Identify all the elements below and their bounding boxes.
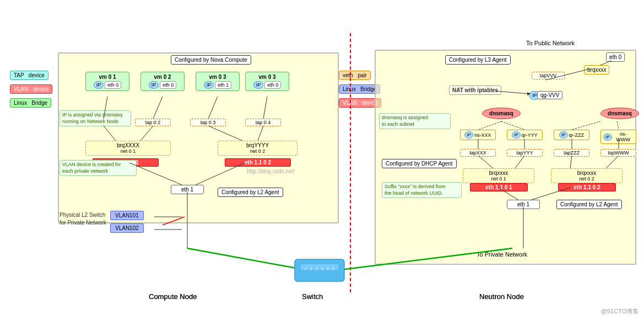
tap-0-2: tap 0 2 [135,119,171,126]
l2-agent-network: Configured by L2 Agent [556,200,622,209]
brqxxxx-net02: brqxxxx net 0 2 [551,168,623,183]
legend-tap: TAP device [10,71,48,80]
annot-suffix: Suffix "xxxx" is derived fromthe head of… [382,182,462,198]
annot-vlan-device: VLAN device is created foreach private n… [59,160,137,176]
eth-1-network: eth 1 [507,200,540,209]
legend-vlan: VLAN device [10,84,52,94]
eth-1-1-0-2-network: eth 1.1 0 2 [558,183,616,191]
eth0-top: eth 0 [606,52,625,62]
dnsmasq-oval-1: dnsmasq [482,108,521,119]
legend-veth-pair: veth pair [339,71,371,80]
brq-yyyy-box: brqYYYY net 0 2 [218,141,297,156]
brqxxxx-net01: brqxxxx net 0 1 [463,168,534,183]
nova-compute-label: Configured by Nova Compute [171,55,251,65]
tap-yyy: tapYYY [507,149,543,157]
eth-1-compute: eth 1 [171,185,204,194]
tap-0-4: tap 0 4 [245,119,281,126]
qg-vvv: qg-VVV [537,91,562,99]
annot-dnsmasq: dnsmasq is assignedto each subnet [379,113,451,129]
vm-0-1-box: vm 0 1 IP eth 0 [85,72,129,91]
to-private-network: To Private Network [477,251,527,258]
qr-yyy: IP qr-YYY [507,130,543,140]
vlan102: VLAN102 [110,223,144,233]
tap-www: tapWWW [600,149,636,157]
ns-www: IP ns-WWW [600,130,636,144]
legend-linux-bridge: Linux Bridge [10,98,51,108]
l2-switch-label: Physical L2 Switchfor Private Network [59,211,106,227]
vlan101: VLAN101 [110,211,144,220]
nat-iptables: NAT with iptables [449,86,501,95]
svg-rect-35 [295,259,344,281]
brqxxxx-top: brqxxxx [584,65,609,74]
watermark: @51CTO博客 [601,307,638,316]
legend-linux-bridge2: Linux Bridge [339,84,380,94]
neutron-node-text: Neutron Node [479,292,524,301]
switch-text: Switch [302,292,323,301]
tap-0-3: tap 0 3 [190,119,226,126]
dnsmasq-oval-2: dnsmasq [600,108,639,119]
svg-line-14 [187,248,309,270]
l3-agent-label: Configured by L3 Agent [445,55,511,65]
compute-node-text: Compute Node [149,292,197,301]
tap-vvv: tapVVV [532,72,565,79]
url-text: http://blog.csdn.net/ [247,168,295,174]
separator-line [350,33,351,292]
diagram-container: TAP device TAP device VLAN device Linux … [0,0,644,320]
to-public-network: To Public Network [526,40,575,46]
qr-zzz: IP qr-ZZZ [554,130,589,140]
eth-1-1-0-2-compute: eth 1.1 0 2 [225,158,291,167]
dhcp-agent-label: Configured by DHCP Agent [382,159,457,168]
eth-1-1-0-1-network: eth 1.1 0 1 [470,183,528,191]
tap-xxx: tapXXX [460,149,496,157]
tap-zzz: tapZZZ [554,149,589,157]
vm-0-3b-box: vm 0 3 IP eth 0 [245,72,289,91]
l2-agent-compute: Configured by L2 Agent [218,188,283,197]
annot-ip-assigned: IP is assigned via dnsmasqrunning on Net… [59,110,131,126]
brq-xxxx-box: brqXXXX net 0 1 [85,141,171,156]
network-area [375,50,636,265]
ns-xxx: IP ns-XXX [460,130,496,140]
svg-rect-36 [300,264,339,270]
vm-0-3-box: vm 0 3 IP eth 1 [196,72,240,91]
vm-0-2-box: vm 0 2 IP eth 0 [140,72,185,91]
